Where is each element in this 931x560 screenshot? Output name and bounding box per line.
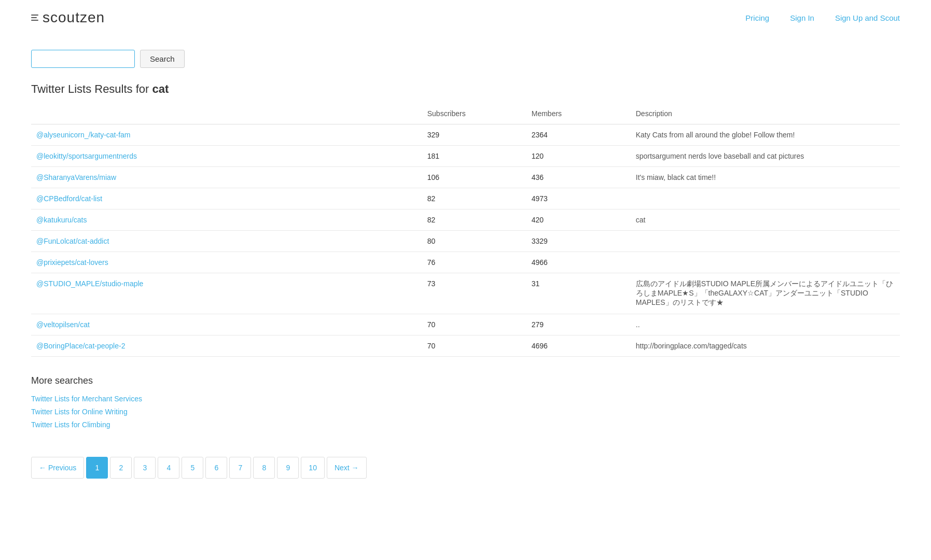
description-cell: It's miaw, black cat time!! bbox=[631, 167, 900, 188]
pagination: ← Previous 12345678910 Next → bbox=[0, 442, 931, 499]
list-link-cell: @STUDIO_MAPLE/studio-maple bbox=[31, 273, 422, 314]
members-cell: 31 bbox=[526, 273, 631, 314]
signup-link[interactable]: Sign Up and Scout bbox=[835, 13, 900, 22]
description-cell: sportsargument nerds love baseball and c… bbox=[631, 146, 900, 167]
list-link[interactable]: @SharanyaVarens/miaw bbox=[36, 173, 116, 181]
page-number-button[interactable]: 9 bbox=[277, 457, 299, 479]
page-number-button[interactable]: 4 bbox=[158, 457, 179, 479]
page-number-button[interactable]: 2 bbox=[110, 457, 132, 479]
next-button[interactable]: Next → bbox=[327, 457, 367, 479]
description-cell: cat bbox=[631, 209, 900, 231]
table-row: @alyseunicorn_/katy-cat-fam3292364Katy C… bbox=[31, 124, 900, 146]
table-row: @veltopilsen/cat70279.. bbox=[31, 314, 900, 335]
list-link[interactable]: @leokitty/sportsargumentnerds bbox=[36, 152, 137, 160]
page-number-button[interactable]: 1 bbox=[86, 457, 108, 479]
navbar: scoutzen Pricing Sign In Sign Up and Sco… bbox=[0, 0, 931, 35]
logo-text: scoutzen bbox=[43, 9, 105, 26]
subscribers-cell: 82 bbox=[422, 188, 526, 209]
table-row: @katukuru/cats82420cat bbox=[31, 209, 900, 231]
list-link[interactable]: @STUDIO_MAPLE/studio-maple bbox=[36, 279, 143, 288]
col-header-name bbox=[31, 105, 422, 124]
list-link[interactable]: @FunLolcat/cat-addict bbox=[36, 237, 109, 245]
page-number-button[interactable]: 6 bbox=[205, 457, 227, 479]
table-row: @STUDIO_MAPLE/studio-maple7331広島のアイドル劇場S… bbox=[31, 273, 900, 314]
members-cell: 3329 bbox=[526, 231, 631, 252]
members-cell: 4966 bbox=[526, 252, 631, 273]
description-cell: .. bbox=[631, 314, 900, 335]
subscribers-cell: 73 bbox=[422, 273, 526, 314]
list-link-cell: @veltopilsen/cat bbox=[31, 314, 422, 335]
description-cell bbox=[631, 231, 900, 252]
members-cell: 420 bbox=[526, 209, 631, 231]
list-link-cell: @BoringPlace/cat-people-2 bbox=[31, 335, 422, 357]
description-cell: 広島のアイドル劇場STUDIO MAPLE所属メンバーによるアイドルユニット「ひ… bbox=[631, 273, 900, 314]
search-input[interactable]: cat bbox=[31, 50, 135, 68]
members-cell: 279 bbox=[526, 314, 631, 335]
search-area: cat Search bbox=[0, 35, 931, 68]
page-number-button[interactable]: 8 bbox=[253, 457, 275, 479]
list-link-cell: @katukuru/cats bbox=[31, 209, 422, 231]
description-cell: Katy Cats from all around the globe! Fol… bbox=[631, 124, 900, 146]
list-link-cell: @FunLolcat/cat-addict bbox=[31, 231, 422, 252]
subscribers-cell: 106 bbox=[422, 167, 526, 188]
logo-lines-icon bbox=[31, 15, 38, 21]
more-searches-heading: More searches bbox=[31, 375, 900, 386]
list-link-cell: @SharanyaVarens/miaw bbox=[31, 167, 422, 188]
col-header-subscribers: Subscribers bbox=[422, 105, 526, 124]
more-search-link[interactable]: Twitter Lists for Merchant Services bbox=[31, 393, 900, 405]
page-number-button[interactable]: 3 bbox=[134, 457, 156, 479]
subscribers-cell: 70 bbox=[422, 335, 526, 357]
prev-button[interactable]: ← Previous bbox=[31, 457, 84, 479]
more-search-link[interactable]: Twitter Lists for Climbing bbox=[31, 418, 900, 431]
more-search-link[interactable]: Twitter Lists for Online Writing bbox=[31, 405, 900, 418]
members-cell: 4696 bbox=[526, 335, 631, 357]
page-numbers: 12345678910 bbox=[86, 457, 325, 479]
table-row: @leokitty/sportsargumentnerds181120sport… bbox=[31, 146, 900, 167]
list-link-cell: @prixiepets/cat-lovers bbox=[31, 252, 422, 273]
results-table: Subscribers Members Description @alyseun… bbox=[31, 105, 900, 357]
col-header-description: Description bbox=[631, 105, 900, 124]
more-searches-section: More searches Twitter Lists for Merchant… bbox=[0, 357, 931, 442]
more-searches-links: Twitter Lists for Merchant ServicesTwitt… bbox=[31, 393, 900, 432]
description-cell: http://boringplace.com/tagged/cats bbox=[631, 335, 900, 357]
table-row: @BoringPlace/cat-people-2704696http://bo… bbox=[31, 335, 900, 357]
list-link-cell: @leokitty/sportsargumentnerds bbox=[31, 146, 422, 167]
table-row: @prixiepets/cat-lovers764966 bbox=[31, 252, 900, 273]
subscribers-cell: 181 bbox=[422, 146, 526, 167]
signin-link[interactable]: Sign In bbox=[790, 13, 814, 22]
subscribers-cell: 82 bbox=[422, 209, 526, 231]
subscribers-cell: 76 bbox=[422, 252, 526, 273]
page-number-button[interactable]: 7 bbox=[229, 457, 251, 479]
description-cell bbox=[631, 188, 900, 209]
table-row: @CPBedford/cat-list824973 bbox=[31, 188, 900, 209]
members-cell: 2364 bbox=[526, 124, 631, 146]
description-cell bbox=[631, 252, 900, 273]
subscribers-cell: 329 bbox=[422, 124, 526, 146]
members-cell: 4973 bbox=[526, 188, 631, 209]
subscribers-cell: 80 bbox=[422, 231, 526, 252]
members-cell: 120 bbox=[526, 146, 631, 167]
table-row: @FunLolcat/cat-addict803329 bbox=[31, 231, 900, 252]
nav-links: Pricing Sign In Sign Up and Scout bbox=[745, 13, 900, 22]
list-link-cell: @CPBedford/cat-list bbox=[31, 188, 422, 209]
site-logo[interactable]: scoutzen bbox=[31, 9, 105, 26]
list-link[interactable]: @CPBedford/cat-list bbox=[36, 194, 102, 203]
search-button[interactable]: Search bbox=[140, 50, 185, 68]
page-number-button[interactable]: 5 bbox=[182, 457, 203, 479]
subscribers-cell: 70 bbox=[422, 314, 526, 335]
table-row: @SharanyaVarens/miaw106436It's miaw, bla… bbox=[31, 167, 900, 188]
page-number-button[interactable]: 10 bbox=[301, 457, 325, 479]
list-link-cell: @alyseunicorn_/katy-cat-fam bbox=[31, 124, 422, 146]
list-link[interactable]: @alyseunicorn_/katy-cat-fam bbox=[36, 131, 131, 139]
results-heading: Twitter Lists Results for cat bbox=[0, 68, 931, 105]
list-link[interactable]: @BoringPlace/cat-people-2 bbox=[36, 342, 125, 350]
col-header-members: Members bbox=[526, 105, 631, 124]
pricing-link[interactable]: Pricing bbox=[745, 13, 769, 22]
list-link[interactable]: @prixiepets/cat-lovers bbox=[36, 258, 108, 267]
list-link[interactable]: @veltopilsen/cat bbox=[36, 320, 90, 329]
members-cell: 436 bbox=[526, 167, 631, 188]
list-link[interactable]: @katukuru/cats bbox=[36, 216, 87, 224]
